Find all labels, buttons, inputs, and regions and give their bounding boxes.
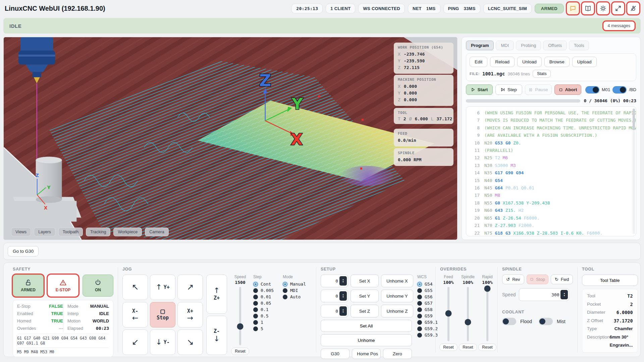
spindle-override-reset-button[interactable]: Reset — [459, 344, 477, 351]
tab-probing[interactable]: Probing — [516, 41, 541, 50]
set-x-button[interactable]: Set X — [351, 275, 379, 287]
spindle-stop-button[interactable]: Stop — [527, 275, 549, 284]
gcode-line[interactable]: 22N75 G18 G3 X166.938 Z-28.503 I-0.6 K0.… — [468, 230, 631, 237]
spindle-speed-input[interactable]: 300 ▲▼ — [519, 288, 569, 301]
jog-x-plus-button[interactable]: X+→ — [177, 302, 203, 327]
spinner-arrows[interactable]: ▲▼ — [339, 306, 347, 316]
upload-button[interactable]: Upload — [572, 57, 597, 67]
viewport-toolpath-button[interactable]: Toolpath — [58, 228, 83, 236]
wcs-option-g58[interactable]: G58 — [417, 306, 438, 313]
home-pos-button[interactable]: Home Pos — [352, 349, 381, 359]
jog-up-right-button[interactable]: ↗ — [177, 275, 203, 300]
gcode-line[interactable]: 16N45 G64 P0.01 Q0.01 — [468, 184, 631, 192]
unhome-x-button[interactable]: Unhome X — [381, 275, 413, 287]
jog-speed-knob[interactable] — [237, 323, 244, 330]
g30-button[interactable]: G30 — [321, 349, 350, 359]
tab-mdi[interactable]: MDI — [496, 41, 514, 50]
wcs-option-g54[interactable]: G54 — [417, 281, 438, 287]
offset-input-x[interactable]: 0▲▼ — [321, 275, 348, 287]
edit-button[interactable]: Edit — [470, 57, 487, 67]
start-button[interactable]: Start — [466, 84, 493, 95]
wcs-option-g59_2[interactable]: G59.2 — [417, 325, 438, 332]
gcode-scrollbar-thumb[interactable] — [633, 109, 635, 130]
gcode-scrollbar[interactable] — [633, 109, 635, 234]
feed-override-reset-button[interactable]: Reset — [439, 344, 457, 351]
set-all-button[interactable]: Set All — [321, 320, 412, 332]
step-option-0_1[interactable]: 0.1 — [253, 306, 279, 313]
offset-input-y[interactable]: 0▲▼ — [321, 290, 348, 302]
machine-3d-viewport[interactable]: Z Y X Z Y X WORK POSITION (G54) X-23 — [3, 37, 458, 240]
step-option-1[interactable]: 1 — [253, 319, 279, 325]
gcode-line[interactable]: 10N20 G53 G0 Z0. — [468, 139, 631, 147]
m01-toggle[interactable] — [585, 86, 599, 94]
gcode-line[interactable]: 13N30 S3000 M3 — [468, 162, 631, 169]
estop-button[interactable]: E-STOP — [48, 275, 78, 297]
jog-stop-button[interactable]: Stop — [150, 302, 175, 327]
unhome-z-button[interactable]: Unhome Z — [381, 305, 413, 317]
gcode-line[interactable]: 12N25 T2 M6 — [468, 154, 631, 162]
wcs-option-g59_3[interactable]: G59.3 — [417, 332, 438, 338]
gcode-line[interactable]: 20N65 G1 Z-26.54 F6000. — [468, 215, 631, 222]
tab-offsets[interactable]: Offsets — [543, 41, 567, 50]
gcode-line[interactable]: 6(WHEN USING FUSION FOR PERSONAL USE, TH… — [468, 109, 631, 117]
unhome-y-button[interactable]: Unhome Y — [381, 290, 413, 302]
viewport-workpiece-button[interactable]: Workpiece — [113, 228, 142, 236]
tab-tools[interactable]: Tools — [569, 41, 589, 50]
step-option-cont[interactable]: Cont — [253, 281, 279, 287]
touch-off-button[interactable] — [627, 2, 639, 14]
viewport-tracking-button[interactable]: Tracking — [86, 228, 110, 236]
step-option-0_005[interactable]: 0.005 — [253, 287, 279, 294]
wcs-option-g55[interactable]: G55 — [417, 287, 438, 294]
jog-z-minus-button[interactable]: Z- ↓ — [206, 316, 227, 355]
armed-button[interactable]: ARMED — [13, 275, 44, 297]
chat-button[interactable] — [567, 2, 579, 14]
spinner-arrows[interactable]: ▲▼ — [339, 291, 347, 301]
rapid-override-slider[interactable] — [486, 287, 488, 341]
set-z-button[interactable]: Set Z — [351, 305, 379, 317]
bd-toggle[interactable] — [612, 86, 627, 94]
jog-down-right-button[interactable]: ↘ — [177, 329, 203, 355]
unhome-button[interactable]: Unhome — [321, 334, 412, 346]
gcode-line[interactable]: 21N70 Z-27.903 F2000. — [468, 222, 631, 229]
docs-button[interactable] — [582, 2, 594, 14]
jog-x-minus-button[interactable]: X-← — [122, 302, 148, 327]
spinner-arrows[interactable]: ▲▼ — [339, 276, 347, 286]
zero-button[interactable]: Zero — [383, 349, 412, 359]
goto-g30-button[interactable]: Go to G30 — [8, 246, 39, 256]
gcode-line[interactable]: 18N55 G0 X167.538 Y-209.438 — [468, 199, 631, 207]
settings-button[interactable] — [597, 2, 609, 14]
slider-knob[interactable] — [484, 285, 491, 292]
jog-speed-slider[interactable] — [239, 287, 241, 345]
jog-y-minus-button[interactable]: ↓Y- — [150, 329, 175, 355]
step-option-0_05[interactable]: 0.05 — [253, 300, 279, 306]
gcode-line[interactable]: 15N40 G54 — [468, 177, 631, 184]
gcode-line[interactable]: 8(WHICH CAN INCREASE MACHINING TIME. UNR… — [468, 124, 631, 132]
spindle-override-slider[interactable] — [467, 287, 469, 341]
spindle-forward-button[interactable]: ↻ Fwd — [551, 275, 573, 284]
jog-z-plus-button[interactable]: ↑ Z+ — [206, 275, 227, 314]
gcode-line[interactable]: 9(ARE AVAILABLE WITH A FUSION SUBSCRIPTI… — [468, 132, 631, 139]
step-option-0_5[interactable]: 0.5 — [253, 313, 279, 319]
gcode-line[interactable]: 7(MOVES IS REDUCED TO MATCH THE FEEDRATE… — [468, 117, 631, 124]
unload-button[interactable]: Unload — [517, 57, 542, 67]
spindle-reverse-button[interactable]: ↺ Rev — [502, 275, 524, 284]
gcode-line[interactable]: 11(PARALLEL1) — [468, 147, 631, 154]
slider-knob[interactable] — [465, 319, 471, 325]
mode-option-auto[interactable]: Auto — [283, 294, 312, 300]
mist-toggle[interactable] — [539, 318, 553, 325]
set-y-button[interactable]: Set Y — [351, 290, 379, 302]
wcs-option-g59[interactable]: G59 — [417, 313, 438, 319]
tool-table-button[interactable]: Tool Table — [582, 275, 638, 286]
offset-input-z[interactable]: 0▲▼ — [321, 305, 348, 317]
gcode-line[interactable]: 14N35 G17 G90 G94 — [468, 169, 631, 177]
step-option-5[interactable]: 5 — [253, 325, 279, 332]
step-button[interactable]: Step — [495, 84, 522, 95]
step-option-0_01[interactable]: 0.01 — [253, 294, 279, 300]
jog-up-left-button[interactable]: ↖ — [122, 275, 148, 300]
jog-down-left-button[interactable]: ↙ — [122, 329, 148, 355]
stats-button[interactable]: Stats — [533, 70, 551, 78]
abort-button[interactable]: Abort — [554, 84, 581, 95]
viewport-layers-button[interactable]: Layers — [34, 228, 55, 236]
machine-3d-scene[interactable]: Z Y X Z Y X — [4, 37, 457, 240]
gcode-line[interactable]: 19N60 G43 Z15. H2 — [468, 207, 631, 214]
